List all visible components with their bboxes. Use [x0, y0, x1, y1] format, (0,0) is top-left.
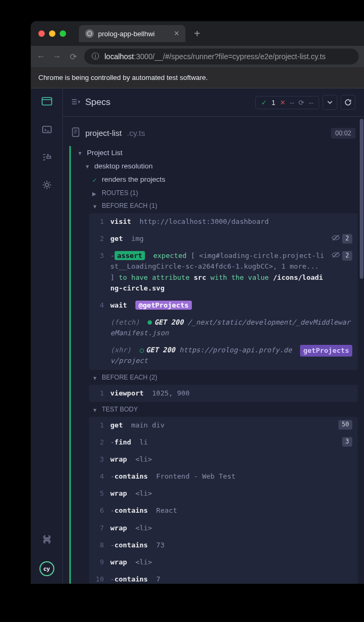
chevron-down-icon: ▼ — [92, 375, 98, 381]
check-icon: ✓ — [92, 177, 98, 184]
command-log-body: 1get main div502-find li33wrap <li>4-con… — [89, 417, 358, 584]
pending-icon: ⟳ — [298, 99, 304, 107]
chevron-down-icon: ▼ — [92, 204, 98, 209]
cmd-row[interactable]: 1 viewport 1025, 900 — [89, 385, 358, 402]
test-body-section[interactable]: ▼ TEST BODY — [73, 403, 358, 416]
cmd-row[interactable]: 8-contains 73 — [89, 537, 358, 554]
cmd-row[interactable]: 1 visit http://localhost:3000/dashboard — [89, 213, 358, 230]
reload-button[interactable]: ⟳ — [68, 52, 78, 62]
cmd-row[interactable]: 2 get img 2 — [89, 230, 358, 247]
pass-check-icon: ✓ — [261, 99, 267, 107]
command-log-be2: 1 viewport 1025, 900 — [89, 385, 358, 402]
pass-count: 1 — [271, 99, 275, 107]
cmd-row[interactable]: 4-contains Frontend - Web Test — [89, 468, 358, 485]
forward-button[interactable]: → — [52, 52, 62, 61]
cypress-favicon-icon — [85, 29, 94, 38]
before-each-2-section[interactable]: ▼ BEFORE EACH (2) — [73, 371, 358, 384]
back-button[interactable]: ← — [36, 52, 46, 61]
browser-tabbar: prolog-app-bellhwi × + — [31, 21, 364, 46]
file-icon — [71, 127, 80, 139]
reporter-panel[interactable]: project-list.cy.ts 00:02 ▼ Project List … — [63, 117, 364, 584]
chevron-down-icon: ▼ — [92, 407, 98, 413]
fail-count: -- — [290, 99, 295, 107]
test-row[interactable]: ✓ renders the projects — [73, 173, 358, 187]
dom-snapshot-indicator[interactable]: 2 — [331, 233, 352, 244]
xhr-row[interactable]: (xhr) GET 200 https://prolog-api.profy.d… — [89, 342, 358, 369]
tab-prolog-app[interactable]: prolog-app-bellhwi × — [79, 25, 185, 42]
keyboard-shortcuts-icon[interactable] — [41, 534, 53, 545]
dom-snapshot-indicator[interactable]: 2 — [331, 251, 352, 261]
settings-nav-icon[interactable] — [41, 179, 53, 191]
context-row[interactable]: ▼ desktop resolution — [73, 159, 358, 173]
cmd-row[interactable]: 7wrap <li> — [89, 520, 358, 537]
before-each-2-label: BEFORE EACH (2) — [102, 374, 157, 381]
specs-nav-icon[interactable] — [41, 96, 53, 108]
svg-rect-1 — [42, 98, 52, 105]
browser-toolbar: ← → ⟳ ⓘ localhost:3000/__/#/specs/runner… — [31, 46, 364, 67]
cmd-row[interactable]: 5wrap <li> — [89, 485, 358, 502]
file-name: project-list — [85, 128, 122, 138]
cmd-row[interactable]: 10-contains 7 — [89, 571, 358, 584]
url-text: localhost:3000/__/#/specs/runner?file=cy… — [104, 52, 326, 61]
suite-row[interactable]: ▼ Project List — [73, 146, 358, 159]
status-dot-icon — [148, 320, 152, 325]
test-tree: ▼ Project List ▼ desktop resolution ✓ re… — [69, 146, 358, 584]
routes-label: ROUTES (1) — [102, 189, 138, 197]
chevron-down-icon: ▼ — [85, 164, 90, 169]
command-log-be1: 1 visit http://localhost:3000/dashboard … — [89, 213, 358, 370]
chevron-right-icon: ▶ — [92, 191, 98, 197]
maximize-window-icon[interactable] — [60, 30, 66, 37]
close-window-icon[interactable] — [38, 30, 45, 37]
fail-x-icon: ✕ — [280, 99, 286, 107]
svg-point-3 — [47, 154, 48, 156]
cmd-row[interactable]: 4 wait @getProjects — [89, 297, 358, 314]
runs-nav-icon[interactable] — [41, 124, 53, 135]
run-options-dropdown[interactable] — [322, 95, 337, 110]
eye-slash-icon — [331, 233, 340, 244]
window-controls — [38, 30, 66, 37]
status-ring-icon — [140, 349, 144, 353]
sidebar-nav: cy — [31, 88, 63, 584]
svg-point-0 — [87, 31, 92, 36]
cmd-row[interactable]: 9wrap <li> — [89, 554, 358, 571]
svg-rect-4 — [47, 156, 51, 158]
debug-nav-icon[interactable] — [41, 151, 53, 163]
restart-button[interactable] — [341, 95, 355, 110]
file-ext: .cy.ts — [127, 128, 145, 138]
scrollbar[interactable] — [359, 117, 364, 584]
svg-point-5 — [45, 183, 48, 187]
cmd-row[interactable]: 3wrap <li> — [89, 451, 358, 468]
address-bar[interactable]: ⓘ localhost:3000/__/#/specs/runner?file=… — [84, 49, 359, 64]
alias-badge: getProjects — [300, 345, 352, 357]
before-each-1-label: BEFORE EACH (1) — [102, 202, 157, 209]
element-count: 3 — [342, 437, 352, 447]
before-each-1-section[interactable]: ▼ BEFORE EACH (1) — [73, 199, 358, 212]
new-tab-button[interactable]: + — [191, 28, 204, 40]
spec-file-row[interactable]: project-list.cy.ts 00:02 — [69, 124, 358, 146]
cypress-logo-icon[interactable]: cy — [39, 561, 54, 576]
specs-header: Specs ✓ 1 ✕ -- ⟳ -- — [63, 88, 364, 117]
runner-panel: Specs ✓ 1 ✕ -- ⟳ -- — [63, 88, 364, 584]
cmd-row[interactable]: 6-contains React — [89, 502, 358, 519]
site-info-icon[interactable]: ⓘ — [92, 52, 99, 61]
browser-window: prolog-app-bellhwi × + ← → ⟳ ⓘ localhost… — [31, 21, 364, 584]
test-name: renders the projects — [102, 175, 165, 183]
close-tab-icon[interactable]: × — [174, 29, 179, 38]
cmd-row-assert[interactable]: 3 -assert expected [ <img#loading-circle… — [89, 247, 358, 297]
context-name: desktop resolution — [94, 162, 153, 170]
test-stats: ✓ 1 ✕ -- ⟳ -- — [255, 96, 319, 109]
specs-header-icon — [71, 98, 80, 107]
cypress-app: cy Specs ✓ 1 ✕ -- ⟳ -- — [31, 88, 364, 584]
svg-rect-6 — [72, 128, 79, 136]
tab-title: prolog-app-bellhwi — [98, 30, 155, 38]
eye-slash-icon — [331, 251, 340, 261]
specs-title: Specs — [85, 97, 110, 108]
cmd-row[interactable]: 2-find li3 — [89, 434, 358, 451]
suite-name: Project List — [87, 149, 123, 157]
routes-section[interactable]: ▶ ROUTES (1) — [73, 187, 358, 199]
cmd-row[interactable]: 1get main div50 — [89, 417, 358, 434]
fetch-row[interactable]: (fetch) GET 200 /_next/static/developmen… — [89, 314, 358, 342]
chevron-down-icon: ▼ — [77, 150, 83, 156]
automation-banner: Chrome is being controlled by automated … — [31, 67, 364, 88]
minimize-window-icon[interactable] — [49, 30, 55, 37]
